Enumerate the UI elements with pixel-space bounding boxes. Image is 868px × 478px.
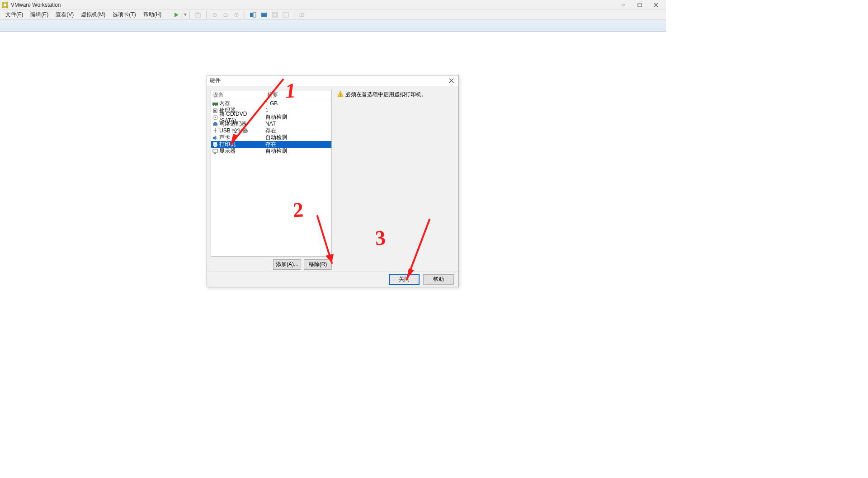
network-icon: [212, 122, 218, 127]
device-name: 声卡: [219, 134, 230, 141]
memory-icon: [212, 101, 218, 107]
disc-icon: [212, 115, 218, 120]
svg-point-9: [224, 13, 227, 17]
device-row-network[interactable]: 网络适配器 NAT: [211, 121, 331, 127]
device-row-memory[interactable]: 内存 1 GB: [211, 100, 331, 107]
device-summary: 自动检测: [265, 134, 330, 141]
device-row-sound[interactable]: 声卡 自动检测: [211, 134, 331, 141]
dialog-titlebar: 硬件: [207, 75, 458, 86]
menu-vm[interactable]: 虚拟机(M): [77, 10, 109, 19]
svg-rect-34: [213, 142, 217, 144]
close-button[interactable]: [648, 0, 664, 10]
snap-take-icon[interactable]: [222, 11, 229, 19]
remove-button[interactable]: 移除(R): [304, 259, 332, 270]
svg-rect-30: [213, 123, 217, 126]
printer-icon: [212, 142, 218, 147]
revert-icon[interactable]: [211, 11, 218, 19]
svg-text:!: !: [340, 93, 341, 97]
view-fullscreen-icon[interactable]: [260, 11, 268, 19]
svg-rect-38: [214, 153, 216, 154]
svg-point-11: [236, 14, 237, 15]
menu-help[interactable]: 帮助(H): [140, 10, 165, 19]
svg-rect-17: [283, 13, 288, 17]
stretch-icon[interactable]: [282, 11, 289, 19]
device-summary: 1: [265, 107, 330, 114]
device-summary: 自动检测: [265, 148, 330, 155]
close-dialog-button[interactable]: 关闭: [389, 274, 420, 285]
svg-rect-12: [250, 13, 253, 17]
menu-view[interactable]: 查看(V): [52, 10, 77, 19]
view-console-icon[interactable]: [250, 11, 257, 19]
maximize-button[interactable]: [632, 0, 648, 10]
svg-rect-22: [212, 103, 218, 105]
titlebar: VMware Workstation: [0, 0, 666, 10]
device-name: 内存: [219, 100, 230, 107]
svg-rect-18: [300, 13, 302, 17]
svg-rect-13: [253, 13, 256, 17]
device-name: 打印机: [219, 141, 236, 148]
device-list: 设备 摘要 内存 1 GB 处理器 1 新 CD/DVD (SATA) 自动检测: [211, 90, 332, 257]
device-list-header: 设备 摘要: [211, 90, 331, 100]
svg-rect-16: [273, 14, 277, 16]
tabstrip: [0, 20, 666, 32]
snap-manage-icon[interactable]: [233, 11, 240, 19]
svg-rect-23: [213, 105, 214, 106]
main-area: 硬件 设备 摘要 内存 1 GB 处理器: [0, 32, 666, 364]
header-device: 设备: [213, 91, 267, 99]
app-icon: [2, 2, 8, 8]
device-name: 显示器: [219, 148, 236, 155]
device-summary: 1 GB: [265, 100, 330, 107]
menu-file[interactable]: 文件(F): [2, 10, 27, 19]
svg-point-29: [214, 117, 216, 118]
play-icon[interactable]: [173, 11, 180, 19]
device-summary: 自动检测: [265, 114, 330, 121]
device-row-cddvd[interactable]: 新 CD/DVD (SATA) 自动检测: [211, 114, 331, 121]
library-icon[interactable]: [299, 11, 306, 19]
unity-icon[interactable]: [271, 11, 278, 19]
device-row-printer[interactable]: 打印机 存在: [211, 141, 331, 148]
device-summary: 存在: [265, 127, 330, 134]
device-row-display[interactable]: 显示器 自动检测: [211, 148, 331, 155]
sound-icon: [212, 135, 218, 141]
app-title: VMware Workstation: [11, 2, 61, 8]
dialog-title: 硬件: [210, 77, 221, 84]
header-summary: 摘要: [267, 91, 330, 99]
svg-rect-25: [217, 105, 217, 106]
svg-rect-2: [638, 3, 642, 7]
svg-rect-19: [302, 13, 304, 17]
svg-marker-5: [175, 13, 179, 17]
device-name: 网络适配器: [219, 121, 246, 127]
svg-rect-37: [213, 149, 217, 152]
snapshot-icon[interactable]: [194, 11, 202, 19]
svg-rect-36: [214, 145, 217, 147]
device-detail-panel: ! 必须在首选项中启用虚拟打印机。: [335, 90, 455, 270]
device-summary: 存在: [265, 141, 330, 148]
add-button[interactable]: 添加(A)...: [273, 259, 301, 270]
play-dropdown-icon[interactable]: ▾: [183, 11, 187, 19]
usb-icon: [212, 128, 218, 134]
hardware-dialog: 硬件 设备 摘要 内存 1 GB 处理器: [207, 75, 459, 287]
svg-point-32: [215, 128, 216, 129]
help-button[interactable]: 帮助: [423, 274, 454, 285]
device-row-usb[interactable]: USB 控制器 存在: [211, 127, 331, 134]
device-summary: NAT: [265, 121, 330, 127]
menu-tabs[interactable]: 选项卡(T): [109, 10, 139, 19]
warning-text: 必须在首选项中启用虚拟打印机。: [345, 91, 427, 98]
dialog-footer: 关闭 帮助: [207, 272, 458, 287]
display-icon: [212, 149, 218, 154]
menu-edit[interactable]: 编辑(E): [27, 10, 52, 19]
svg-rect-31: [214, 122, 217, 123]
dialog-close-button[interactable]: [447, 77, 456, 85]
svg-rect-0: [3, 3, 7, 7]
menubar: 文件(F) 编辑(E) 查看(V) 虚拟机(M) 选项卡(T) 帮助(H) ▾: [0, 10, 666, 20]
minimize-button[interactable]: [615, 0, 632, 10]
svg-rect-14: [261, 13, 267, 17]
device-name: USB 控制器: [219, 127, 248, 134]
warning-icon: !: [337, 91, 344, 97]
svg-rect-24: [215, 105, 216, 106]
svg-marker-33: [213, 136, 216, 140]
